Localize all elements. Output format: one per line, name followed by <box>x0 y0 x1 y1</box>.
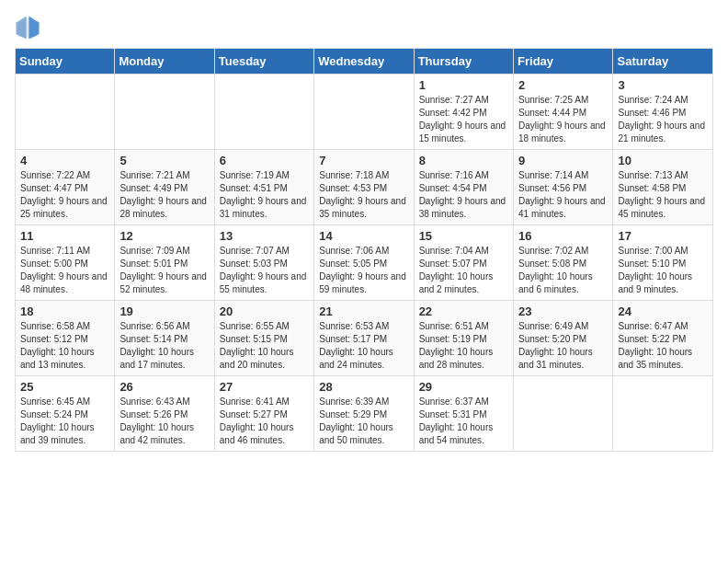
calendar-cell: 22Sunrise: 6:51 AM Sunset: 5:19 PM Dayli… <box>414 301 513 376</box>
day-number: 3 <box>618 78 708 92</box>
header <box>15 15 713 40</box>
calendar-cell: 12Sunrise: 7:09 AM Sunset: 5:01 PM Dayli… <box>115 225 214 301</box>
calendar-cell: 29Sunrise: 6:37 AM Sunset: 5:31 PM Dayli… <box>414 376 513 452</box>
calendar-cell: 14Sunrise: 7:06 AM Sunset: 5:05 PM Dayli… <box>314 225 414 301</box>
cell-info: Sunrise: 6:56 AM Sunset: 5:14 PM Dayligh… <box>119 320 209 372</box>
cell-info: Sunrise: 7:27 AM Sunset: 4:42 PM Dayligh… <box>419 94 508 145</box>
cell-info: Sunrise: 7:19 AM Sunset: 4:51 PM Dayligh… <box>220 169 309 221</box>
calendar-cell: 8Sunrise: 7:16 AM Sunset: 4:54 PM Daylig… <box>414 150 513 225</box>
calendar-cell: 3Sunrise: 7:24 AM Sunset: 4:46 PM Daylig… <box>613 75 713 150</box>
calendar-cell: 19Sunrise: 6:56 AM Sunset: 5:14 PM Dayli… <box>115 301 214 376</box>
day-number: 27 <box>220 380 309 394</box>
day-number: 6 <box>220 154 309 167</box>
cell-info: Sunrise: 7:02 AM Sunset: 5:08 PM Dayligh… <box>518 245 608 296</box>
week-row-5: 25Sunrise: 6:45 AM Sunset: 5:24 PM Dayli… <box>16 376 713 452</box>
calendar-cell <box>613 376 713 452</box>
day-number: 26 <box>119 380 209 394</box>
cell-info: Sunrise: 7:16 AM Sunset: 4:54 PM Dayligh… <box>419 169 508 221</box>
cell-info: Sunrise: 7:00 AM Sunset: 5:10 PM Dayligh… <box>618 245 708 296</box>
calendar-cell: 28Sunrise: 6:39 AM Sunset: 5:29 PM Dayli… <box>314 376 414 452</box>
day-number: 12 <box>119 229 209 243</box>
cell-info: Sunrise: 7:22 AM Sunset: 4:47 PM Dayligh… <box>20 169 109 221</box>
calendar-cell: 16Sunrise: 7:02 AM Sunset: 5:08 PM Dayli… <box>514 225 613 301</box>
cell-info: Sunrise: 6:47 AM Sunset: 5:22 PM Dayligh… <box>618 320 708 372</box>
day-number: 21 <box>319 304 408 318</box>
day-number: 28 <box>319 380 408 394</box>
calendar-cell <box>214 75 313 150</box>
cell-info: Sunrise: 6:58 AM Sunset: 5:12 PM Dayligh… <box>20 320 109 372</box>
calendar-cell: 1Sunrise: 7:27 AM Sunset: 4:42 PM Daylig… <box>414 75 513 150</box>
week-row-1: 1Sunrise: 7:27 AM Sunset: 4:42 PM Daylig… <box>16 75 713 150</box>
calendar-cell: 18Sunrise: 6:58 AM Sunset: 5:12 PM Dayli… <box>16 301 115 376</box>
calendar-cell <box>115 75 214 150</box>
calendar-header: SundayMondayTuesdayWednesdayThursdayFrid… <box>16 49 713 75</box>
cell-info: Sunrise: 7:13 AM Sunset: 4:58 PM Dayligh… <box>618 169 708 221</box>
calendar-cell: 13Sunrise: 7:07 AM Sunset: 5:03 PM Dayli… <box>214 225 313 301</box>
days-of-week-row: SundayMondayTuesdayWednesdayThursdayFrid… <box>16 49 713 75</box>
day-header-wednesday: Wednesday <box>314 49 414 75</box>
calendar-cell <box>16 75 115 150</box>
cell-info: Sunrise: 7:09 AM Sunset: 5:01 PM Dayligh… <box>119 245 209 296</box>
calendar-body: 1Sunrise: 7:27 AM Sunset: 4:42 PM Daylig… <box>16 75 713 452</box>
week-row-2: 4Sunrise: 7:22 AM Sunset: 4:47 PM Daylig… <box>16 150 713 225</box>
calendar-cell: 7Sunrise: 7:18 AM Sunset: 4:53 PM Daylig… <box>314 150 414 225</box>
calendar-cell: 6Sunrise: 7:19 AM Sunset: 4:51 PM Daylig… <box>214 150 313 225</box>
calendar-cell: 5Sunrise: 7:21 AM Sunset: 4:49 PM Daylig… <box>115 150 214 225</box>
day-number: 19 <box>119 304 209 318</box>
day-number: 17 <box>618 229 708 243</box>
calendar-cell: 4Sunrise: 7:22 AM Sunset: 4:47 PM Daylig… <box>16 150 115 225</box>
calendar-cell: 25Sunrise: 6:45 AM Sunset: 5:24 PM Dayli… <box>16 376 115 452</box>
cell-info: Sunrise: 7:04 AM Sunset: 5:07 PM Dayligh… <box>419 245 508 296</box>
day-number: 2 <box>518 78 608 92</box>
calendar-cell: 20Sunrise: 6:55 AM Sunset: 5:15 PM Dayli… <box>214 301 313 376</box>
day-header-thursday: Thursday <box>414 49 513 75</box>
calendar-cell: 26Sunrise: 6:43 AM Sunset: 5:26 PM Dayli… <box>115 376 214 452</box>
calendar-cell: 15Sunrise: 7:04 AM Sunset: 5:07 PM Dayli… <box>414 225 513 301</box>
cell-info: Sunrise: 6:37 AM Sunset: 5:31 PM Dayligh… <box>419 396 508 447</box>
logo <box>15 15 44 40</box>
cell-info: Sunrise: 7:25 AM Sunset: 4:44 PM Dayligh… <box>518 94 608 145</box>
day-header-tuesday: Tuesday <box>214 49 313 75</box>
calendar-cell: 11Sunrise: 7:11 AM Sunset: 5:00 PM Dayli… <box>16 225 115 301</box>
day-number: 29 <box>419 380 508 394</box>
calendar-cell: 24Sunrise: 6:47 AM Sunset: 5:22 PM Dayli… <box>613 301 713 376</box>
day-number: 11 <box>20 229 109 243</box>
calendar-cell: 2Sunrise: 7:25 AM Sunset: 4:44 PM Daylig… <box>514 75 613 150</box>
cell-info: Sunrise: 7:06 AM Sunset: 5:05 PM Dayligh… <box>319 245 408 296</box>
day-number: 4 <box>20 154 109 167</box>
logo-icon <box>15 15 40 40</box>
calendar-cell: 21Sunrise: 6:53 AM Sunset: 5:17 PM Dayli… <box>314 301 414 376</box>
day-number: 14 <box>319 229 408 243</box>
calendar-table: SundayMondayTuesdayWednesdayThursdayFrid… <box>15 48 713 452</box>
day-number: 20 <box>220 304 309 318</box>
cell-info: Sunrise: 6:41 AM Sunset: 5:27 PM Dayligh… <box>220 396 309 447</box>
day-header-sunday: Sunday <box>16 49 115 75</box>
calendar-cell <box>314 75 414 150</box>
day-number: 1 <box>419 78 508 92</box>
day-header-monday: Monday <box>115 49 214 75</box>
cell-info: Sunrise: 6:45 AM Sunset: 5:24 PM Dayligh… <box>20 396 109 447</box>
day-header-saturday: Saturday <box>613 49 713 75</box>
cell-info: Sunrise: 6:55 AM Sunset: 5:15 PM Dayligh… <box>220 320 309 372</box>
day-number: 5 <box>119 154 209 167</box>
cell-info: Sunrise: 7:07 AM Sunset: 5:03 PM Dayligh… <box>220 245 309 296</box>
calendar-cell: 10Sunrise: 7:13 AM Sunset: 4:58 PM Dayli… <box>613 150 713 225</box>
cell-info: Sunrise: 6:49 AM Sunset: 5:20 PM Dayligh… <box>518 320 608 372</box>
day-number: 7 <box>319 154 408 167</box>
cell-info: Sunrise: 6:51 AM Sunset: 5:19 PM Dayligh… <box>419 320 508 372</box>
calendar-cell: 23Sunrise: 6:49 AM Sunset: 5:20 PM Dayli… <box>514 301 613 376</box>
cell-info: Sunrise: 7:14 AM Sunset: 4:56 PM Dayligh… <box>518 169 608 221</box>
day-number: 10 <box>618 154 708 167</box>
calendar-cell: 27Sunrise: 6:41 AM Sunset: 5:27 PM Dayli… <box>214 376 313 452</box>
day-number: 15 <box>419 229 508 243</box>
cell-info: Sunrise: 6:39 AM Sunset: 5:29 PM Dayligh… <box>319 396 408 447</box>
day-number: 25 <box>20 380 109 394</box>
day-number: 16 <box>518 229 608 243</box>
week-row-3: 11Sunrise: 7:11 AM Sunset: 5:00 PM Dayli… <box>16 225 713 301</box>
calendar-cell: 9Sunrise: 7:14 AM Sunset: 4:56 PM Daylig… <box>514 150 613 225</box>
cell-info: Sunrise: 6:53 AM Sunset: 5:17 PM Dayligh… <box>319 320 408 372</box>
calendar-cell: 17Sunrise: 7:00 AM Sunset: 5:10 PM Dayli… <box>613 225 713 301</box>
day-number: 9 <box>518 154 608 167</box>
calendar-cell <box>514 376 613 452</box>
cell-info: Sunrise: 7:24 AM Sunset: 4:46 PM Dayligh… <box>618 94 708 145</box>
